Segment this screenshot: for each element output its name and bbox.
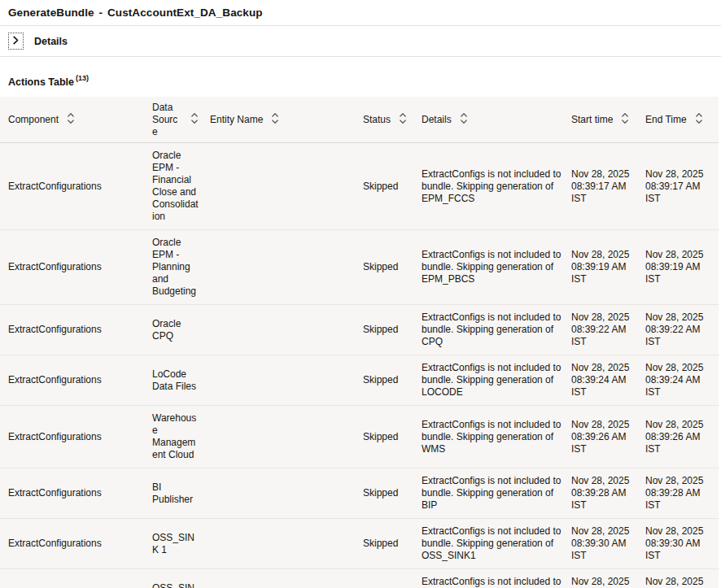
chevron-right-icon xyxy=(12,35,20,47)
table-row: ExtractConfigurations OSS_SINK 1 Skipped… xyxy=(0,519,719,569)
table-row: ExtractConfigurations OSS_SINK 2 Skipped… xyxy=(0,569,719,588)
cell-details: ExtractConfigs is not included to bundle… xyxy=(422,412,571,462)
cell-details: ExtractConfigs is not included to bundle… xyxy=(422,519,571,568)
details-label: Details xyxy=(34,36,68,47)
cell-entity-name xyxy=(210,430,363,443)
cell-details: ExtractConfigs is not included to bundle… xyxy=(422,468,571,518)
sort-icon[interactable] xyxy=(399,112,407,128)
cell-end-time: Nov 28, 2025 08:39:33 AM IST xyxy=(645,569,719,588)
cell-component: ExtractConfigurations xyxy=(0,581,152,588)
table-row: ExtractConfigurations Oracle EPM - Finan… xyxy=(0,143,719,230)
cell-status: Skipped xyxy=(363,368,422,393)
title-bar: GenerateBundle - CustAccountExt_DA_Backu… xyxy=(0,0,721,26)
cell-status: Skipped xyxy=(363,581,422,588)
cell-end-time: Nov 28, 2025 08:39:30 AM IST xyxy=(645,519,719,568)
cell-start-time: Nov 28, 2025 08:39:33 AM IST xyxy=(571,569,645,588)
cell-entity-name xyxy=(210,261,363,274)
cell-end-time: Nov 28, 2025 08:39:24 AM IST xyxy=(645,355,719,405)
cell-status: Skipped xyxy=(363,425,422,450)
cell-status: Skipped xyxy=(363,317,422,342)
cell-details: ExtractConfigs is not included to bundle… xyxy=(422,305,571,355)
cell-end-time: Nov 28, 2025 08:39:22 AM IST xyxy=(645,305,719,355)
column-header-entity-name[interactable]: Entity Name xyxy=(210,112,363,128)
table-row: ExtractConfigurations Oracle EPM - Plann… xyxy=(0,230,719,305)
cell-data-source: OSS_SINK 2 xyxy=(152,576,210,588)
cell-entity-name xyxy=(210,324,363,337)
cell-entity-name xyxy=(210,374,363,387)
cell-component: ExtractConfigurations xyxy=(0,531,152,556)
cell-component: ExtractConfigurations xyxy=(0,255,152,280)
actions-table-heading: Actions Table(13) xyxy=(8,73,713,88)
cell-start-time: Nov 28, 2025 08:39:28 AM IST xyxy=(571,468,645,518)
details-expand-button[interactable] xyxy=(8,33,24,50)
cell-status: Skipped xyxy=(363,255,422,280)
cell-details: ExtractConfigs is not included to bundle… xyxy=(422,242,571,292)
sort-icon[interactable] xyxy=(271,112,279,128)
column-header-data-source[interactable]: Data Source xyxy=(152,102,210,138)
table-header-row: Component Data Source Entity Name Status… xyxy=(0,97,719,143)
cell-details: ExtractConfigs is not included to bundle… xyxy=(422,355,571,405)
cell-status: Skipped xyxy=(363,531,422,556)
column-header-start-time[interactable]: Start time xyxy=(571,112,645,128)
cell-end-time: Nov 28, 2025 08:39:26 AM IST xyxy=(645,412,719,462)
cell-start-time: Nov 28, 2025 08:39:24 AM IST xyxy=(571,355,645,405)
cell-end-time: Nov 28, 2025 08:39:17 AM IST xyxy=(645,162,719,211)
cell-end-time: Nov 28, 2025 08:39:28 AM IST xyxy=(645,468,719,518)
column-header-end-time[interactable]: End Time xyxy=(645,112,719,128)
cell-component: ExtractConfigurations xyxy=(0,174,152,199)
table-row: ExtractConfigurations Oracle CPQ Skipped… xyxy=(0,305,719,355)
actions-table-count: (13) xyxy=(76,74,89,82)
cell-component: ExtractConfigurations xyxy=(0,481,152,506)
cell-start-time: Nov 28, 2025 08:39:19 AM IST xyxy=(571,242,645,292)
table-row: ExtractConfigurations BI Publisher Skipp… xyxy=(0,468,719,519)
cell-details: ExtractConfigs is not included to bundle… xyxy=(422,162,571,211)
cell-start-time: Nov 28, 2025 08:39:30 AM IST xyxy=(571,519,645,568)
cell-status: Skipped xyxy=(363,481,422,506)
cell-start-time: Nov 28, 2025 08:39:22 AM IST xyxy=(571,305,645,355)
cell-component: ExtractConfigurations xyxy=(0,368,152,393)
sort-icon[interactable] xyxy=(621,112,629,128)
table-body: ExtractConfigurations Oracle EPM - Finan… xyxy=(0,143,719,588)
cell-data-source: OSS_SINK 1 xyxy=(152,525,210,563)
cell-entity-name xyxy=(210,180,363,193)
cell-start-time: Nov 28, 2025 08:39:17 AM IST xyxy=(571,162,645,211)
sort-icon[interactable] xyxy=(695,112,703,128)
cell-end-time: Nov 28, 2025 08:39:19 AM IST xyxy=(645,242,719,292)
cell-data-source: LoCode Data Files xyxy=(152,362,210,399)
actions-table: Component Data Source Entity Name Status… xyxy=(0,97,719,588)
cell-entity-name xyxy=(210,487,363,500)
details-section-header: Details xyxy=(0,26,721,57)
table-row: ExtractConfigurations LoCode Data Files … xyxy=(0,355,719,406)
cell-data-source: Oracle EPM - Financial Close and Consoli… xyxy=(152,143,210,229)
column-header-component[interactable]: Component xyxy=(0,112,152,128)
cell-component: ExtractConfigurations xyxy=(0,425,152,450)
cell-start-time: Nov 28, 2025 08:39:26 AM IST xyxy=(571,412,645,462)
cell-data-source: Oracle CPQ xyxy=(152,311,210,349)
page-title: GenerateBundle - CustAccountExt_DA_Backu… xyxy=(8,7,713,19)
cell-data-source: Oracle EPM - Planning and Budgeting xyxy=(152,230,210,304)
cell-data-source: Warehouse Management Cloud xyxy=(152,406,210,468)
cell-data-source: BI Publisher xyxy=(152,475,210,512)
column-header-status[interactable]: Status xyxy=(363,112,422,128)
sort-icon[interactable] xyxy=(190,112,199,128)
column-header-details[interactable]: Details xyxy=(422,112,571,128)
cell-details: ExtractConfigs is not included to bundle… xyxy=(422,569,571,588)
sort-icon[interactable] xyxy=(67,112,75,128)
cell-component: ExtractConfigurations xyxy=(0,317,152,342)
sort-icon[interactable] xyxy=(460,112,468,128)
table-row: ExtractConfigurations Warehouse Manageme… xyxy=(0,406,719,468)
actions-table-title: Actions Table xyxy=(8,76,74,88)
cell-status: Skipped xyxy=(363,174,422,199)
cell-entity-name xyxy=(210,538,363,551)
